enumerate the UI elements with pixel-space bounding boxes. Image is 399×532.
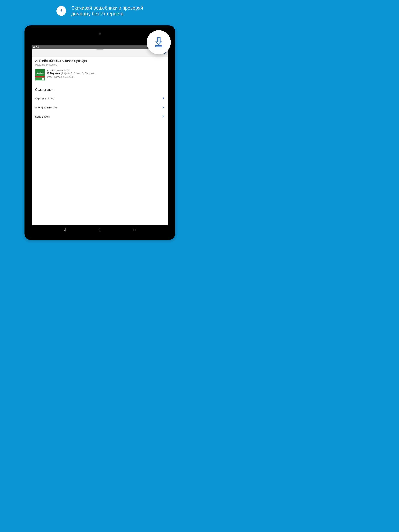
toc-item-label: Spotlight on Russia	[35, 106, 57, 109]
promo-line2: домашку без Интернета	[71, 11, 143, 17]
toc-item[interactable]: Страницы 1-104	[32, 94, 168, 103]
toc-item[interactable]: Song Sheets	[32, 112, 168, 121]
drag-handle[interactable]	[96, 50, 103, 50]
svg-rect-3	[156, 45, 162, 47]
authors-rest: , Д. Дули, В. Эванс, О. Подоляко	[60, 72, 95, 75]
android-navbar	[32, 226, 168, 234]
cover-stripe	[35, 76, 45, 77]
page-title: Английский язык 6 класс Spotlight	[35, 59, 164, 63]
promo-text: Скачивай решебники и проверяй домашку бе…	[71, 5, 143, 17]
tablet-frame: 08:56 Английский язык 6 класс Spotlight	[25, 25, 175, 240]
chevron-right-icon	[162, 106, 164, 109]
book-cover[interactable]: Spotlight 6	[35, 69, 45, 81]
chevron-right-icon	[162, 115, 164, 119]
title-block: Английский язык 6 класс Spotlight Решени…	[32, 57, 168, 67]
page-subtitle: Решение к учебнику	[35, 63, 164, 66]
book-publisher: Изд. Просвещение 2015	[47, 75, 96, 79]
promo-banner: Скачивай решебники и проверяй домашку бе…	[0, 0, 200, 19]
book-series: Английский в фокусе	[47, 69, 96, 72]
home-button[interactable]	[98, 228, 102, 232]
promo-line1: Скачивай решебники и проверяй	[71, 5, 143, 11]
recent-button[interactable]	[133, 228, 137, 232]
toc-item[interactable]: Spotlight on Russia	[32, 103, 168, 112]
back-button[interactable]	[63, 228, 67, 232]
book-meta: Английский в фокусе Е. Ваулина, Д. Дули,…	[47, 69, 96, 81]
camera-dot	[98, 32, 101, 35]
contents-heading: Содержание	[32, 82, 168, 94]
download-badge	[147, 30, 171, 54]
svg-rect-1	[134, 229, 136, 231]
book-authors: Е. Ваулина, Д. Дули, В. Эванс, О. Подоля…	[47, 72, 96, 75]
book-row: Spotlight 6 Английский в фокусе Е. Ваули…	[32, 67, 168, 82]
chevron-right-icon	[162, 97, 164, 100]
app-header	[32, 49, 168, 57]
download-icon	[57, 6, 66, 16]
screen: 08:56 Английский язык 6 класс Spotlight	[32, 45, 168, 226]
svg-point-0	[99, 229, 101, 231]
toc-item-label: Страницы 1-104	[35, 97, 54, 100]
cover-label: Spotlight	[36, 72, 45, 74]
status-time: 08:56	[33, 46, 39, 48]
toc-item-label: Song Sheets	[35, 115, 50, 118]
author-main: Е. Ваулина	[47, 72, 60, 75]
content-area: Английский язык 6 класс Spotlight Решени…	[32, 57, 168, 226]
cover-number: 6	[42, 78, 45, 80]
